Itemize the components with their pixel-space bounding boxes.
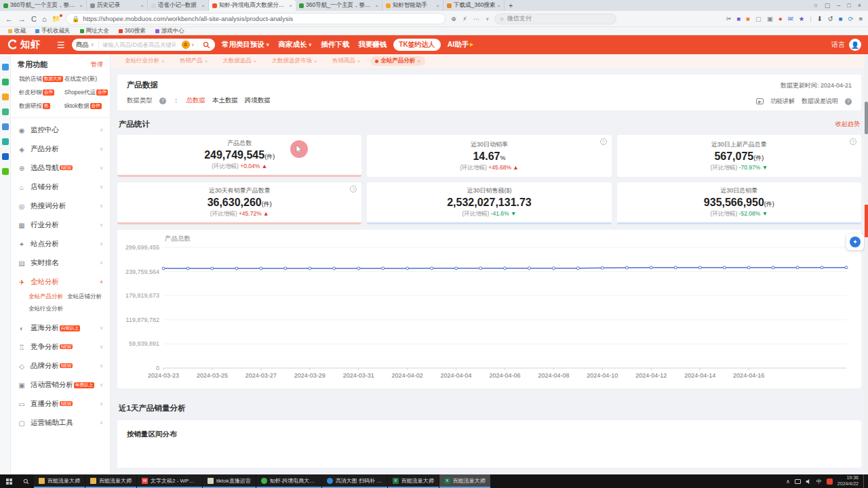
cloud-icon[interactable] bbox=[2, 123, 9, 130]
error-note-link[interactable]: 数据误差说明 bbox=[802, 97, 838, 106]
help-icon[interactable]: ? bbox=[350, 186, 357, 192]
quick-link[interactable]: 我的店铺数据大屏 bbox=[19, 75, 63, 83]
browser-tab[interactable]: 知虾智能助手× bbox=[382, 0, 443, 11]
zoom-search-icon[interactable]: ⊕ bbox=[451, 15, 456, 22]
show-desktop-button[interactable] bbox=[863, 474, 865, 488]
ai-assistant-button[interactable]: AI助手 bbox=[448, 40, 474, 49]
tab-close-icon[interactable]: × bbox=[314, 58, 317, 64]
avatar[interactable]: 👤 bbox=[849, 39, 861, 51]
quick-link[interactable]: 虾皮秒聊合作 bbox=[19, 89, 63, 97]
sidebar-item-站点分析[interactable]: ✦站点分析∨ bbox=[11, 235, 110, 253]
tab-close-icon[interactable]: × bbox=[497, 3, 500, 9]
taskbar-item[interactable]: tiktok直播运营 bbox=[203, 474, 256, 488]
tab-close-icon[interactable]: × bbox=[289, 3, 292, 9]
tutorial-link[interactable]: 功能讲解 bbox=[770, 97, 795, 106]
browser-tab[interactable]: 知虾-跨境电商大数据分析平台× bbox=[209, 0, 296, 11]
tab-close-icon[interactable]: × bbox=[79, 3, 83, 9]
tab-close-icon[interactable]: × bbox=[201, 3, 205, 9]
workspace-tab[interactable]: 全站产品分析× bbox=[370, 56, 425, 66]
collapse-trend-link[interactable]: 收起趋势 bbox=[835, 120, 860, 129]
sidebar-item-实时排名[interactable]: ▤实时排名∨ bbox=[11, 253, 110, 272]
url-bar[interactable]: 🔒 https://shopee.mobduos.com/workbench/a… bbox=[66, 13, 446, 24]
sidebar-item-热搜词分析[interactable]: ◎热搜词分析∨ bbox=[11, 197, 110, 216]
workspace-tab[interactable]: 热销产品× bbox=[175, 56, 213, 66]
sidebar-item-选品导航[interactable]: ⊕选品导航NEW∨ bbox=[11, 159, 110, 178]
teal-app-icon[interactable] bbox=[2, 138, 9, 145]
tab-close-icon[interactable]: × bbox=[254, 58, 257, 64]
quick-link[interactable]: tiktok数据合作 bbox=[64, 102, 108, 110]
workspace-tab[interactable]: 大数据选货市场× bbox=[267, 56, 322, 66]
help-icon[interactable]: ? bbox=[845, 98, 852, 105]
browser-tab[interactable]: 下载成_360搜索× bbox=[443, 0, 505, 11]
skin-icon[interactable]: ▢ bbox=[825, 2, 831, 9]
bookmark-item[interactable]: 游戏中心 bbox=[155, 27, 184, 35]
tab-close-icon[interactable]: × bbox=[205, 58, 208, 64]
wechat-icon[interactable] bbox=[2, 79, 9, 85]
manage-link[interactable]: 管理 bbox=[91, 60, 103, 69]
volume-icon[interactable] bbox=[806, 479, 812, 485]
header-nav-item[interactable]: 插件下载 bbox=[321, 40, 349, 49]
bookmark-item[interactable]: 360搜索 bbox=[119, 27, 146, 35]
stat-card[interactable]: 产品总数249,749,545(件)(环比增幅) +0.04% ▲ bbox=[117, 135, 361, 177]
bookmark-item[interactable]: 手机收藏夹 bbox=[35, 27, 71, 35]
taskbar-item[interactable]: W文字文稿2 - WPS … bbox=[137, 474, 202, 488]
taskbar-item[interactable]: X百能流量大师 bbox=[388, 474, 439, 488]
workspace-tab[interactable]: 全站行业分析× bbox=[120, 56, 170, 66]
home-icon[interactable]: ⌂ bbox=[42, 15, 47, 23]
sidebar-subitem-全站行业分析[interactable]: 全站行业分析 bbox=[28, 305, 67, 313]
speed-mode-icon[interactable]: ⚡ bbox=[462, 15, 467, 22]
taskbar-item[interactable]: 百能流量大师 bbox=[85, 474, 136, 488]
data-type-option[interactable]: 总数据 bbox=[186, 96, 206, 105]
extension-icon[interactable]: ■ bbox=[737, 15, 741, 22]
undo-icon[interactable]: ↺ bbox=[828, 15, 833, 22]
tab-close-icon[interactable]: × bbox=[140, 3, 144, 9]
sidebar-item-竞争分析[interactable]: ♖竞争分析NEW∨ bbox=[11, 338, 110, 357]
sidebar-item-品牌分析[interactable]: ◇品牌分析NEW∨ bbox=[11, 357, 110, 375]
bookmark-item[interactable]: 收藏 bbox=[8, 27, 26, 35]
workspace-tab[interactable]: 热销商品× bbox=[328, 56, 366, 66]
qq-icon[interactable] bbox=[2, 64, 9, 70]
taskbar-item[interactable]: X百能流量大师 bbox=[439, 474, 490, 488]
favorites-star-icon[interactable]: ★ bbox=[799, 15, 805, 22]
sidebar-item-蓝海分析[interactable]: ◐蓝海分析白银以上∨ bbox=[11, 319, 110, 338]
chevron-down-icon[interactable]: ∨ bbox=[486, 16, 489, 22]
taskbar-search-button[interactable] bbox=[18, 474, 34, 488]
quick-link[interactable]: Shopee代运合作 bbox=[64, 89, 108, 97]
more-dots-icon[interactable]: ⋯ bbox=[473, 15, 480, 22]
sidebar-subitem-全站产品分析[interactable]: 全站产品分析 bbox=[28, 293, 67, 301]
forward-icon[interactable]: → bbox=[18, 15, 26, 23]
app-logo[interactable]: 知虾 bbox=[7, 39, 41, 51]
tab-close-icon[interactable]: × bbox=[375, 3, 378, 9]
search-category-select[interactable]: 商品 ∨ bbox=[72, 41, 99, 49]
region-select[interactable]: 泰 ∨ bbox=[179, 41, 197, 49]
workspace-tab[interactable]: 大数据选品× bbox=[218, 56, 261, 66]
sidebar-item-运营辅助工具[interactable]: ▢运营辅助工具∨ bbox=[11, 413, 110, 432]
favorites-folder-icon[interactable]: 📁 bbox=[52, 15, 60, 22]
search-button[interactable] bbox=[197, 39, 215, 51]
plugin-icon[interactable]: ■ bbox=[746, 15, 750, 22]
sidebar-item-全站分析[interactable]: ✈全站分析∧ bbox=[11, 272, 110, 291]
stat-card[interactable]: ?近30日上新产品总量567,075(件)(环比增幅) -70.97% ▼ bbox=[617, 135, 861, 177]
browser-tab[interactable]: 360导航_一个主页，整个世界× bbox=[0, 0, 87, 11]
taskbar-item[interactable]: 百能流量大师 bbox=[34, 474, 85, 488]
back-icon[interactable]: ← bbox=[5, 15, 13, 23]
help-icon[interactable]: ? bbox=[600, 138, 607, 145]
download-icon[interactable]: ⬇ bbox=[817, 15, 823, 22]
quick-link[interactable]: 数据研报热 bbox=[19, 102, 63, 110]
taskbar-item[interactable]: 知虾-跨境电商大数… bbox=[256, 474, 321, 488]
header-nav-item[interactable]: 商家成长∨ bbox=[279, 40, 313, 49]
tab-close-icon[interactable]: × bbox=[161, 58, 165, 64]
language-button[interactable]: 语言 bbox=[831, 40, 845, 49]
monitor-icon[interactable] bbox=[795, 479, 801, 484]
360-safe-icon[interactable]: ● bbox=[778, 15, 783, 22]
tab-close-icon[interactable]: × bbox=[417, 58, 420, 64]
star-icon[interactable] bbox=[2, 94, 9, 100]
minimize-button[interactable]: – bbox=[837, 2, 840, 9]
screenshot-icon[interactable]: ✂ bbox=[726, 15, 732, 22]
customer-service-float-button[interactable]: ✦ bbox=[846, 234, 864, 250]
scrollbar-thumb[interactable] bbox=[865, 102, 868, 134]
notes-icon[interactable] bbox=[2, 108, 9, 115]
browser-tab[interactable]: 360导航_一个主页，整个世界× bbox=[296, 0, 382, 11]
refresh-icon[interactable]: C bbox=[31, 15, 37, 23]
start-button[interactable] bbox=[0, 474, 18, 488]
